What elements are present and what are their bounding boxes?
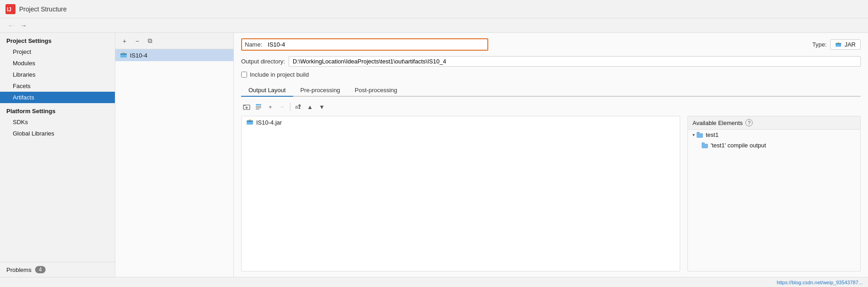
edit-icon [255,103,262,110]
remove-artifact-button[interactable]: − [132,36,143,47]
tabs-bar: Output Layout Pre-processing Post-proces… [241,84,861,97]
svg-rect-12 [256,106,261,107]
intellij-icon: IJ [5,4,16,14]
output-dir-input[interactable] [289,56,861,67]
status-link[interactable]: https://blog.csdn.net/weip_93543787... [777,280,863,285]
type-group: Type: JAR [812,39,861,50]
nav-bar: ← → [0,18,868,33]
forward-button[interactable]: → [18,20,29,31]
jar-icon [120,52,127,59]
detail-panel: Name: Type: JAR O [234,33,868,277]
sidebar-item-artifacts[interactable]: Artifacts [0,92,115,103]
jar-type-icon [835,42,842,48]
available-elements-header: Available Elements ? [688,116,860,130]
svg-marker-4 [122,52,125,53]
include-in-build-label: Include in project build [250,71,309,78]
name-input[interactable] [266,40,485,49]
svg-rect-14 [256,109,259,110]
remove-element-button[interactable]: − [277,101,288,112]
artifact-name: IS10-4 [130,52,147,59]
sidebar-item-sdks[interactable]: SDKs [0,116,115,128]
name-type-row: Name: Type: JAR [241,38,861,51]
available-elements-title: Available Elements [692,120,743,126]
tree-item-test1[interactable]: ▾ test1 [688,130,860,140]
copy-artifact-button[interactable]: ⧉ [145,36,155,47]
sidebar-item-project[interactable]: Project [0,46,115,57]
toolbar-separator [290,103,290,111]
create-dir-icon [243,103,250,110]
type-text: JAR [844,41,856,48]
add-artifact-button[interactable]: + [119,36,130,47]
artifact-list-items: IS10-4 [115,49,233,277]
folder-small-icon [702,142,709,148]
content-area: IS10-4.jar Available Elements ? ▾ test1 [241,116,861,271]
right-panel: + − ⧉ IS10-4 [115,33,868,277]
sidebar-item-global-libraries[interactable]: Global Libraries [0,128,115,139]
output-layout-toolbar: + − az ▲ ▼ [241,101,861,112]
svg-rect-18 [247,120,253,122]
edit-properties-button[interactable] [253,101,264,112]
artifact-list-toolbar: + − ⧉ [115,33,233,49]
artifact-list-panel: + − ⧉ IS10-4 [115,33,234,277]
create-dir-button[interactable] [241,101,252,112]
problems-badge: 4 [35,266,46,273]
sidebar-item-libraries[interactable]: Libraries [0,69,115,80]
output-dir-label: Output directory: [241,58,285,65]
include-in-build-row: Include in project build [241,71,861,78]
project-settings-header: Project Settings [0,33,115,46]
output-dir-row: Output directory: [241,56,861,67]
svg-rect-13 [256,108,261,109]
window-title: Project Structure [19,5,67,13]
name-field-group: Name: [241,38,488,51]
jar-file-icon [246,119,253,126]
sort-icon: az [294,103,302,110]
tree-item-compile-output[interactable]: 'test1' compile output [688,140,860,151]
sidebar-item-facets[interactable]: Facets [0,80,115,92]
move-down-button[interactable]: ▼ [316,101,327,112]
name-label: Name: [245,41,262,48]
tree-item-label: 'test1' compile output [711,142,766,149]
tab-output-layout[interactable]: Output Layout [241,84,293,97]
problems-label: Problems [6,266,31,273]
available-elements-panel: Available Elements ? ▾ test1 'test1' com… [687,116,861,271]
artifact-item[interactable]: IS10-4 [115,49,233,61]
output-list-item[interactable]: IS10-4.jar [242,116,680,128]
include-in-build-checkbox[interactable] [241,72,247,78]
tab-preprocessing[interactable]: Pre-processing [293,84,347,97]
sort-button[interactable]: az [293,101,304,112]
sidebar-item-modules[interactable]: Modules [0,57,115,69]
svg-text:IJ: IJ [7,6,11,13]
chevron-down-icon: ▾ [692,132,695,137]
move-up-button[interactable]: ▲ [305,101,315,112]
svg-rect-3 [120,53,127,55]
type-value: JAR [830,39,861,50]
svg-marker-7 [837,42,840,43]
folder-icon [697,132,704,138]
svg-marker-19 [248,119,251,120]
back-button[interactable]: ← [5,20,16,31]
svg-rect-11 [256,104,261,105]
title-bar: IJ Project Structure [0,0,868,18]
jar-file-name: IS10-4.jar [256,119,282,126]
help-icon[interactable]: ? [745,119,753,126]
svg-rect-6 [836,43,841,44]
tree-item-label: test1 [706,131,718,138]
main-layout: Project Settings Project Modules Librari… [0,33,868,277]
add-element-button[interactable]: + [265,101,276,112]
status-bar: https://blog.csdn.net/weip_93543787... [0,277,868,287]
type-label: Type: [812,41,827,48]
output-list: IS10-4.jar [241,116,680,271]
platform-settings-header: Platform Settings [0,103,115,116]
sidebar: Project Settings Project Modules Librari… [0,33,115,277]
problems-section: Problems 4 [0,262,115,277]
tab-postprocessing[interactable]: Post-processing [347,84,404,97]
